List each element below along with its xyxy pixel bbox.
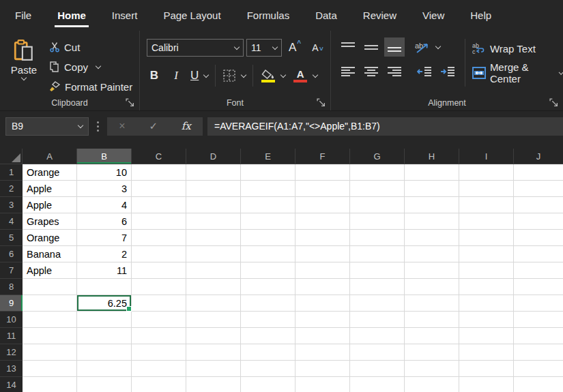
clipboard-dialog-launcher[interactable] [126,98,135,108]
italic-button[interactable]: I [169,69,184,82]
cell-f10[interactable] [295,312,350,328]
cell-b1[interactable]: 10 [77,164,132,181]
cancel-icon[interactable]: × [119,120,125,132]
cell-j8[interactable] [514,279,563,295]
cell-c8[interactable] [132,279,186,295]
row-header-6[interactable]: 6 [0,246,23,262]
cell-a8[interactable] [23,279,77,295]
font-name-combobox[interactable]: Calibri [147,39,244,57]
cell-i8[interactable] [459,279,514,295]
column-header-e[interactable]: E [241,149,295,164]
cell-g12[interactable] [350,344,405,361]
cell-c2[interactable] [132,181,186,197]
cell-g1[interactable] [350,164,405,181]
cell-c11[interactable] [132,328,186,344]
paste-button[interactable]: Paste [4,37,44,93]
cell-a7[interactable]: Apple [23,262,77,279]
cell-j1[interactable] [514,164,563,181]
tab-insert[interactable]: Insert [111,7,139,24]
cell-h9[interactable] [405,295,459,312]
cell-b4[interactable]: 6 [77,213,132,230]
cell-h14[interactable] [405,377,459,392]
cell-g8[interactable] [350,279,405,295]
select-all-button[interactable] [0,149,23,164]
cell-e2[interactable] [241,181,295,197]
cell-i5[interactable] [459,230,514,246]
copy-button[interactable]: Copy [49,60,132,74]
cell-j14[interactable] [514,377,563,392]
cell-g2[interactable] [350,181,405,197]
cell-j2[interactable] [514,181,563,197]
tab-home[interactable]: Home [56,7,87,24]
cell-g13[interactable] [350,361,405,377]
column-header-c[interactable]: C [132,149,186,164]
cell-h2[interactable] [405,181,459,197]
cell-d7[interactable] [186,262,241,279]
cell-d3[interactable] [186,197,241,213]
cell-j3[interactable] [514,197,563,213]
row-header-12[interactable]: 12 [0,344,23,361]
cell-j9[interactable] [514,295,563,312]
cell-e10[interactable] [241,312,295,328]
align-right-button[interactable] [384,62,405,81]
cell-i2[interactable] [459,181,514,197]
cell-d6[interactable] [186,246,241,262]
cell-c3[interactable] [132,197,186,213]
cell-g5[interactable] [350,230,405,246]
cell-j5[interactable] [514,230,563,246]
font-size-combobox[interactable]: 11 [246,39,282,57]
cell-a2[interactable]: Apple [23,181,77,197]
cell-f2[interactable] [295,181,350,197]
cell-h12[interactable] [405,344,459,361]
cell-d13[interactable] [186,361,241,377]
orientation-button[interactable]: ab [414,40,440,54]
cell-h7[interactable] [405,262,459,279]
name-box[interactable]: B9 [5,117,89,136]
cell-j6[interactable] [514,246,563,262]
cell-d11[interactable] [186,328,241,344]
cell-e3[interactable] [241,197,295,213]
cell-i3[interactable] [459,197,514,213]
cell-d9[interactable] [186,295,241,312]
cell-i7[interactable] [459,262,514,279]
cell-e5[interactable] [241,230,295,246]
column-header-g[interactable]: G [350,149,405,164]
increase-indent-button[interactable] [437,62,458,81]
cell-c10[interactable] [132,312,186,328]
font-color-button[interactable]: A [292,70,317,82]
bold-button[interactable]: B [147,69,162,82]
cell-g6[interactable] [350,246,405,262]
column-header-h[interactable]: H [405,149,459,164]
cell-h13[interactable] [405,361,459,377]
cell-b11[interactable] [77,328,132,344]
cell-j12[interactable] [514,344,563,361]
cell-e12[interactable] [241,344,295,361]
cell-f1[interactable] [295,164,350,181]
bottom-align-button[interactable] [384,37,405,57]
cell-b10[interactable] [77,312,132,328]
row-header-5[interactable]: 5 [0,230,23,246]
cell-c9[interactable] [132,295,186,312]
cell-e11[interactable] [241,328,295,344]
cell-c5[interactable] [132,230,186,246]
cell-h1[interactable] [405,164,459,181]
cell-a5[interactable]: Orange [23,230,77,246]
cell-c12[interactable] [132,344,186,361]
cell-a1[interactable]: Orange [23,164,77,181]
cell-b13[interactable] [77,361,132,377]
cell-h5[interactable] [405,230,459,246]
cell-b12[interactable] [77,344,132,361]
cell-d4[interactable] [186,213,241,230]
cell-a9[interactable] [23,295,77,312]
cell-f8[interactable] [295,279,350,295]
cell-j10[interactable] [514,312,563,328]
cell-f4[interactable] [295,213,350,230]
tab-data[interactable]: Data [314,7,338,24]
cell-e1[interactable] [241,164,295,181]
cell-j11[interactable] [514,328,563,344]
cell-g4[interactable] [350,213,405,230]
row-header-7[interactable]: 7 [0,262,23,279]
row-header-2[interactable]: 2 [0,181,23,197]
cell-d12[interactable] [186,344,241,361]
cell-h10[interactable] [405,312,459,328]
